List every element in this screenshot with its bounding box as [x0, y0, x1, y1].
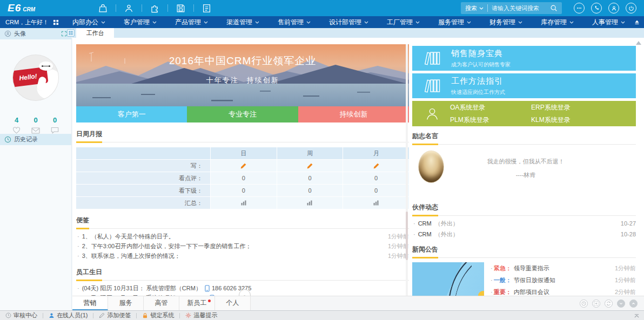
nav-item-presales-mgmt[interactable]: 售前管理 [269, 16, 320, 28]
statusbar-collapse-icon[interactable] [634, 313, 640, 318]
comments-day-cell[interactable]: 0 [211, 172, 277, 184]
nav-item-factory-mgmt[interactable]: 工厂管理 [378, 16, 429, 28]
more-icon[interactable] [574, 3, 585, 13]
chevron-down-icon[interactable] [479, 7, 484, 10]
add-note-button[interactable]: 添加便签 [93, 311, 136, 319]
user-icon[interactable] [116, 0, 142, 16]
search-category-dropdown[interactable]: 搜索 [465, 4, 477, 12]
tab-personal[interactable]: 个人 [215, 296, 251, 310]
search-input[interactable] [492, 5, 550, 11]
nav-collapse-icon[interactable] [634, 19, 640, 25]
comments-week-cell[interactable]: 0 [277, 172, 343, 184]
summary-month-cell[interactable] [343, 197, 409, 209]
slogan-innovation[interactable]: 持续创新 [298, 106, 409, 122]
global-search: 搜索 [461, 2, 562, 14]
pencil-icon[interactable] [306, 162, 313, 169]
sales-handbook-card[interactable]: 销售随身宝典成为客户认可的销售专家 [412, 46, 636, 71]
note-item[interactable]: ·2、下午3:00召开内部小组会议，安排一下下一季度的销售工作；1分钟前 [76, 241, 409, 251]
nav-item-inventory-mgmt[interactable]: 库存管理 [532, 16, 583, 28]
power-icon[interactable] [626, 3, 636, 13]
write-week-cell[interactable] [277, 160, 343, 172]
nav-item-channel-mgmt[interactable]: 渠道管理 [217, 16, 269, 28]
nav-item-finance-mgmt[interactable]: 财务管理 [480, 16, 532, 28]
news-item[interactable]: ·重要：内部项目会议2分钟前 [491, 286, 636, 296]
news-item[interactable]: ·一般：节假日放假通知1分钟前 [491, 274, 636, 286]
history-control-icon[interactable] [580, 299, 588, 308]
save-icon[interactable] [168, 0, 193, 16]
slogan-customer-first[interactable]: 客户第一 [76, 106, 187, 122]
refresh-icon[interactable] [605, 299, 613, 308]
stats-icon[interactable] [373, 200, 379, 206]
lock-system-button[interactable]: 锁定系统 [137, 311, 179, 319]
mail-counter[interactable]: 0 [31, 116, 40, 134]
stats-icon[interactable] [306, 200, 313, 206]
avatar[interactable]: Hello! [13, 55, 58, 100]
history-panel-header[interactable]: 历史记录 [0, 134, 71, 145]
subordinates-month-cell[interactable]: 0 [343, 185, 409, 196]
nav-item-internal-office[interactable]: 内部办公 [63, 16, 115, 28]
pencil-icon[interactable] [373, 162, 380, 169]
nav-item-hr-mgmt[interactable]: 人事管理 [583, 16, 634, 28]
write-day-cell[interactable] [211, 160, 277, 172]
work-method-card[interactable]: 工作方法指引快速适应岗位工作方式 [412, 73, 636, 98]
partner-item[interactable]: ·CRM（外出）10-28 [412, 229, 636, 240]
phone-icon[interactable] [591, 3, 602, 13]
avatar-panel-header[interactable]: 头像 [0, 28, 71, 39]
slogan-professional[interactable]: 专业专注 [187, 106, 298, 122]
online-users-button[interactable]: 在线人员(1) [43, 311, 93, 319]
profile-icon[interactable] [608, 3, 619, 13]
collapse-down-icon[interactable] [617, 299, 625, 308]
oa-login-link[interactable]: OA系统登录 [450, 103, 531, 112]
news-row: 1 2 3 4 5 ·紧急：领导重要指示1分钟前 ·一般：节假日放假通知1分钟前… [412, 262, 636, 296]
audit-center-button[interactable]: 审核中心 [0, 311, 43, 319]
partner-item[interactable]: ·CRM（外出）10-27 [412, 218, 636, 229]
nav-item-product-mgmt[interactable]: 产品管理 [166, 16, 217, 28]
subordinates-week-cell[interactable]: 0 [277, 185, 343, 196]
tips-button[interactable]: 温馨提示 [180, 311, 223, 319]
nav-item-design-dept-mgmt[interactable]: 设计部管理 [320, 16, 378, 28]
mobile-phone-icon [205, 285, 210, 292]
subordinates-day-cell[interactable]: 0 [211, 185, 277, 196]
report-header-day: 日 [211, 147, 277, 159]
message-counter[interactable]: 0 [51, 116, 59, 134]
topbar: E6CRM 搜索 [0, 0, 644, 16]
pencil-icon[interactable] [240, 162, 247, 169]
scroll-up-arrow[interactable] [636, 41, 641, 45]
tabs-menu-icon[interactable] [67, 29, 75, 37]
search-icon[interactable] [550, 4, 558, 12]
tab-marketing[interactable]: 营销 [72, 296, 108, 310]
collapse-up-icon[interactable] [629, 299, 638, 308]
klm-login-link[interactable]: KLM系统登录 [531, 115, 612, 125]
expand-icon[interactable] [61, 31, 67, 37]
promo-banner[interactable]: 2016年中国CRM行业领军企业 十年专注 持续创新 [76, 44, 409, 106]
banner-subtitle: 十年专注 持续创新 [76, 76, 409, 85]
tab-service[interactable]: 服务 [108, 296, 144, 310]
tab-new-employee[interactable]: 新员工 [179, 296, 215, 310]
tab-executive[interactable]: 高管 [144, 296, 179, 310]
form-icon[interactable] [194, 0, 219, 16]
nav-item-service-mgmt[interactable]: 服务管理 [429, 16, 480, 28]
scrollbar-thumb[interactable] [406, 212, 408, 260]
news-item[interactable]: ·紧急：领导重要指示1分钟前 [491, 262, 636, 274]
erp-login-link[interactable]: ERP系统登录 [531, 103, 612, 112]
main-scrollbar[interactable] [406, 44, 408, 296]
summary-day-cell[interactable] [211, 197, 277, 209]
note-item[interactable]: ·3、联系张总，沟通上次报价的情况；1分钟前 [76, 251, 409, 261]
likes-counter[interactable]: 4 [12, 116, 21, 134]
briefcase-icon[interactable] [90, 0, 116, 16]
add-widget-icon[interactable] [592, 299, 600, 308]
note-item[interactable]: ·1、（私人）今天是个特殊的日子。1分钟前 [76, 232, 409, 241]
summary-week-cell[interactable] [277, 197, 343, 209]
sun-gear-icon [185, 312, 191, 318]
apps-grid-icon[interactable] [53, 19, 59, 25]
news-slideshow-thumbnail[interactable]: 1 2 3 4 5 [412, 262, 484, 296]
app-logo[interactable]: E6CRM [8, 2, 35, 14]
puzzle-icon[interactable] [142, 0, 167, 16]
comments-month-cell[interactable]: 0 [343, 172, 409, 184]
lincoln-portrait[interactable] [419, 151, 444, 182]
plm-login-link[interactable]: PLM系统登录 [450, 115, 531, 125]
write-month-cell[interactable] [343, 160, 409, 172]
nav-item-customer-mgmt[interactable]: 客户管理 [115, 16, 166, 28]
stats-icon[interactable] [240, 200, 247, 206]
tab-workspace[interactable]: 工作台 [76, 28, 114, 38]
